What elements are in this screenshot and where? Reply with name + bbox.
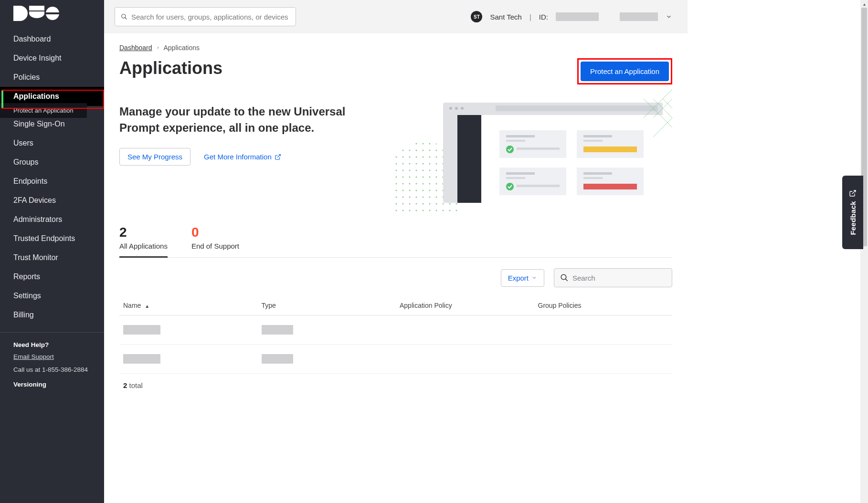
table-search[interactable] [554, 268, 672, 287]
redacted-id [556, 12, 599, 21]
col-type[interactable]: Type [258, 296, 396, 315]
external-link-icon [849, 189, 857, 197]
chevron-down-icon[interactable] [666, 13, 672, 20]
svg-point-19 [506, 146, 514, 153]
tab-end-of-support[interactable]: 0 End of Support [191, 225, 239, 257]
svg-rect-13 [496, 105, 658, 111]
sidebar-item-reports[interactable]: Reports [0, 267, 104, 286]
svg-point-11 [455, 107, 458, 110]
feedback-label: Feedback [849, 201, 857, 235]
annotation-highlight-button: Protect an Application [577, 58, 672, 84]
redacted-cell [123, 354, 160, 364]
scroll-up-icon[interactable]: ▴ [860, 0, 868, 8]
svg-rect-18 [506, 140, 525, 142]
account-name[interactable]: Sant Tech [490, 13, 521, 21]
sidebar-nav: Dashboard Device Insight Policies Applic… [0, 26, 104, 325]
table-row[interactable] [119, 315, 672, 345]
svg-rect-0 [13, 6, 20, 21]
redacted-cell [262, 354, 293, 364]
active-nav-indicator [1, 91, 3, 108]
sidebar-sub-protect-application[interactable]: Protect an Application [0, 103, 87, 118]
svg-point-28 [506, 183, 514, 190]
svg-rect-1 [29, 6, 44, 10]
id-label: ID: [539, 13, 548, 21]
sidebar-item-billing[interactable]: Billing [0, 305, 104, 325]
email-support-link[interactable]: Email Support [13, 353, 91, 360]
sidebar-item-endpoints[interactable]: Endpoints [0, 172, 104, 191]
table-row[interactable] [119, 345, 672, 374]
svg-rect-27 [506, 177, 525, 179]
svg-rect-21 [577, 130, 644, 158]
col-name[interactable]: Name ▲ [119, 296, 258, 315]
export-button[interactable]: Export [501, 269, 544, 287]
help-title: Need Help? [13, 341, 91, 348]
col-app-policy[interactable]: Application Policy [396, 296, 534, 315]
tab-all-label: All Applications [119, 242, 168, 250]
svg-point-40 [561, 274, 566, 280]
table-search-input[interactable] [572, 274, 666, 282]
main-content: ST Sant Tech | ID: Dashboard Application… [104, 0, 688, 503]
promo-heading: Manage your update to the new Universal … [119, 104, 358, 136]
sidebar-item-administrators[interactable]: Administrators [0, 210, 104, 229]
topbar: ST Sant Tech | ID: [104, 0, 688, 33]
promo-illustration [377, 104, 672, 213]
svg-line-6 [277, 154, 280, 157]
col-name-label: Name [123, 302, 141, 309]
applications-table: Name ▲ Type Application Policy Group Pol… [119, 296, 672, 374]
sidebar-item-2fa-devices[interactable]: 2FA Devices [0, 191, 104, 210]
svg-rect-3 [46, 12, 59, 14]
svg-rect-24 [583, 147, 637, 152]
sidebar-item-device-insight[interactable]: Device Insight [0, 49, 104, 68]
topbar-divider: | [529, 13, 531, 21]
sidebar-item-trusted-endpoints[interactable]: Trusted Endpoints [0, 229, 104, 248]
svg-rect-16 [499, 130, 566, 158]
avatar[interactable]: ST [471, 11, 482, 22]
tab-all-count: 2 [119, 225, 168, 240]
redacted-cell [123, 325, 160, 335]
svg-rect-30 [577, 168, 644, 195]
svg-rect-15 [457, 115, 481, 203]
filter-tabs: 2 All Applications 0 End of Support [119, 225, 672, 258]
sidebar-item-groups[interactable]: Groups [0, 153, 104, 172]
see-progress-button[interactable]: See My Progress [119, 148, 191, 166]
sidebar-item-users[interactable]: Users [0, 134, 104, 153]
sidebar-help: Need Help? Email Support Call us at 1-85… [0, 332, 104, 401]
protect-application-button[interactable]: Protect an Application [581, 62, 669, 81]
sort-asc-icon: ▲ [145, 304, 149, 309]
logo-icon [13, 6, 59, 21]
sidebar-item-trust-monitor[interactable]: Trust Monitor [0, 248, 104, 267]
redacted-account-menu[interactable] [620, 12, 658, 21]
tab-eos-count: 0 [191, 225, 239, 240]
sidebar-item-settings[interactable]: Settings [0, 286, 104, 305]
sidebar-item-dashboard[interactable]: Dashboard [0, 30, 104, 49]
search-icon [121, 13, 127, 20]
sidebar-item-policies[interactable]: Policies [0, 68, 104, 87]
breadcrumb-current: Applications [164, 44, 200, 52]
svg-rect-26 [506, 172, 535, 175]
global-search[interactable] [115, 7, 296, 26]
svg-line-41 [565, 279, 568, 281]
svg-point-10 [449, 107, 452, 110]
svg-line-5 [125, 18, 127, 20]
more-info-link[interactable]: Get More Information [204, 153, 281, 161]
export-label: Export [508, 274, 529, 282]
svg-rect-23 [583, 140, 603, 142]
tab-all-applications[interactable]: 2 All Applications [119, 225, 168, 257]
svg-rect-20 [517, 147, 560, 150]
feedback-tab[interactable]: Feedback [842, 176, 863, 249]
global-search-input[interactable] [131, 13, 290, 21]
svg-point-12 [461, 107, 464, 110]
col-group-policies[interactable]: Group Policies [534, 296, 673, 315]
svg-rect-25 [499, 168, 566, 195]
sidebar: Dashboard Device Insight Policies Applic… [0, 0, 104, 503]
breadcrumb-root[interactable]: Dashboard [119, 44, 152, 52]
tab-eos-label: End of Support [191, 242, 239, 250]
browser-scrollbar[interactable]: ▴ [860, 0, 868, 503]
svg-point-4 [122, 14, 126, 18]
versioning-heading: Versioning [13, 381, 91, 388]
page-title: Applications [119, 58, 222, 78]
chevron-right-icon [156, 46, 160, 50]
svg-rect-29 [517, 185, 560, 187]
duo-logo [0, 0, 104, 26]
external-link-icon [275, 154, 281, 160]
